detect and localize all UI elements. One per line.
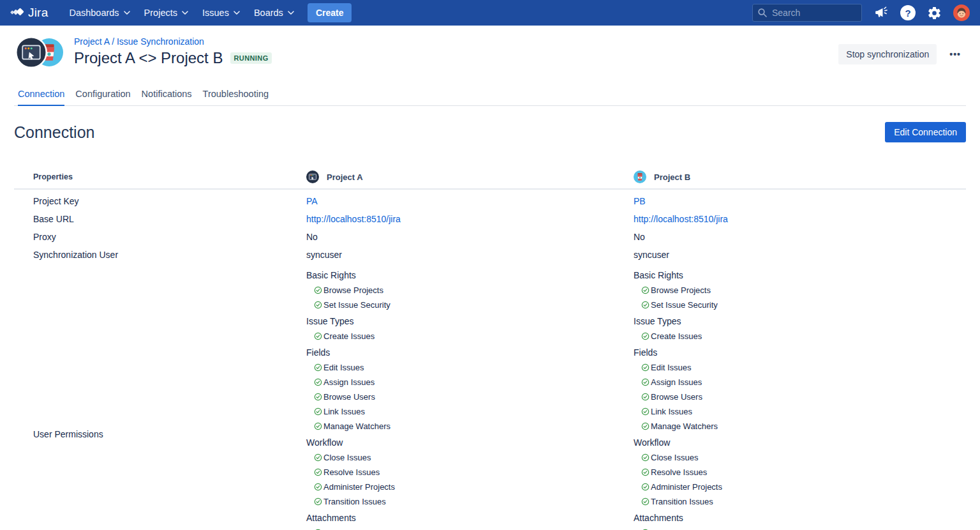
permission-section-basic-rights: Basic Rights Browse Projects Set Issue S… <box>306 268 634 312</box>
settings-gear-icon[interactable] <box>927 6 942 20</box>
permission-section-basic-rights: Basic Rights Browse Projects Set Issue S… <box>634 268 966 312</box>
property-rows: Project Key PA PB Base URL http://localh… <box>14 192 966 264</box>
permission-section-heading: Fields <box>634 345 966 360</box>
project-a-avatar <box>15 36 47 68</box>
navbar-right: ? <box>752 4 970 22</box>
check-circle-icon <box>641 407 650 416</box>
row-label: Synchronization User <box>14 250 118 260</box>
check-circle-icon <box>314 286 322 294</box>
stop-synchronization-button[interactable]: Stop synchronization <box>838 44 937 64</box>
permission-item-label: Create Attachments <box>651 526 724 530</box>
feedback-megaphone-icon[interactable] <box>873 5 889 20</box>
tab-bar: Connection Configuration Notifications T… <box>14 89 966 106</box>
permission-create-attachments: Create Attachments <box>634 526 966 530</box>
properties-column-header: Properties <box>14 172 306 181</box>
permission-browse-projects: Browse Projects <box>306 283 634 298</box>
permission-item-label: Browse Projects <box>651 283 711 298</box>
permission-browse-projects: Browse Projects <box>634 283 966 298</box>
row-value-project-b[interactable]: PB <box>634 196 646 206</box>
help-glyph: ? <box>900 5 916 20</box>
permission-section-workflow: Workflow Close Issues Resolve Issues Adm… <box>634 435 966 509</box>
navbar-item-boards[interactable]: Boards <box>247 0 301 26</box>
permission-item-label: Browse Users <box>323 390 375 404</box>
permission-item-label: Close Issues <box>323 450 371 465</box>
check-circle-icon <box>641 393 650 401</box>
tab-troubleshooting[interactable]: Troubleshooting <box>203 89 269 106</box>
navbar-item-dashboards[interactable]: Dashboards <box>62 0 137 26</box>
permission-administer-projects: Administer Projects <box>306 480 634 494</box>
row-value-project-b: No <box>634 232 645 242</box>
navbar-item-projects[interactable]: Projects <box>137 0 195 26</box>
navbar-menu-item-label: Dashboards <box>69 8 119 18</box>
project-avatars <box>14 36 65 70</box>
jira-logo[interactable]: Jira <box>10 6 48 20</box>
permission-item-label: Manage Watchers <box>323 419 390 434</box>
search-icon <box>757 8 768 18</box>
page-content: Project A / Issue Synchronization Projec… <box>0 36 980 530</box>
permission-edit-issues: Edit Issues <box>634 360 966 375</box>
permission-section-heading: Basic Rights <box>634 268 966 283</box>
section-title: Connection <box>14 123 94 142</box>
permission-item-label: Browse Users <box>651 390 702 404</box>
check-circle-icon <box>641 378 650 386</box>
permission-section-issue-types: Issue Types Create Issues <box>306 314 634 344</box>
user-avatar[interactable] <box>953 4 970 21</box>
check-circle-icon <box>314 301 322 309</box>
more-actions-button[interactable]: ••• <box>944 45 966 63</box>
check-circle-icon <box>314 363 322 372</box>
permission-edit-issues: Edit Issues <box>306 360 634 375</box>
permission-assign-issues: Assign Issues <box>634 375 966 390</box>
permission-item-label: Transition Issues <box>323 494 386 509</box>
project-b-permissions: Basic Rights Browse Projects Set Issue S… <box>634 264 966 530</box>
permission-item-label: Browse Projects <box>323 283 383 298</box>
permission-browse-users: Browse Users <box>634 390 966 404</box>
row-label: Project Key <box>14 196 79 206</box>
permission-item-label: Set Issue Security <box>651 298 718 312</box>
edit-connection-button[interactable]: Edit Connection <box>885 122 966 142</box>
permission-item-label: Link Issues <box>323 404 365 419</box>
permission-item-label: Set Issue Security <box>323 298 390 312</box>
tab-label: Configuration <box>75 89 130 99</box>
permission-resolve-issues: Resolve Issues <box>306 465 634 480</box>
create-button[interactable]: Create <box>308 3 352 22</box>
navbar-menu: Dashboards Projects Issues Boards <box>62 0 301 26</box>
tab-notifications[interactable]: Notifications <box>142 89 192 106</box>
breadcrumb[interactable]: Project A / Issue Synchronization <box>74 36 272 47</box>
tab-connection[interactable]: Connection <box>18 89 64 106</box>
project-a-avatar-small <box>306 170 319 183</box>
permission-link-issues: Link Issues <box>634 404 966 419</box>
row-label: Base URL <box>14 214 74 224</box>
check-circle-icon <box>641 483 650 491</box>
permission-section-heading: Basic Rights <box>306 268 634 283</box>
permission-close-issues: Close Issues <box>306 450 634 465</box>
navbar-menu-item-label: Projects <box>144 8 177 18</box>
project-b-avatar-small <box>634 170 646 183</box>
header-actions: Stop synchronization ••• <box>838 44 966 64</box>
tab-label: Connection <box>18 89 64 99</box>
chevron-down-icon <box>124 11 130 15</box>
check-circle-icon <box>641 422 650 430</box>
row-label: Proxy <box>14 232 56 242</box>
permission-section-heading: Workflow <box>634 435 966 450</box>
permission-item-label: Resolve Issues <box>323 465 380 480</box>
page-header: Project A / Issue Synchronization Projec… <box>14 36 966 70</box>
permission-transition-issues: Transition Issues <box>634 494 966 509</box>
tab-configuration[interactable]: Configuration <box>75 89 130 106</box>
permission-item-label: Administer Projects <box>651 480 722 494</box>
check-circle-icon <box>314 453 322 462</box>
search-input[interactable] <box>752 4 862 22</box>
row-value-project-b[interactable]: http://localhost:8510/jira <box>634 214 728 224</box>
project-b-column-label: Project B <box>654 172 690 182</box>
status-badge: RUNNING <box>230 52 271 64</box>
row-value-project-a[interactable]: PA <box>306 196 318 206</box>
top-navbar: Jira Dashboards Projects Issues Boards C… <box>0 0 980 26</box>
navbar-item-issues[interactable]: Issues <box>195 0 247 26</box>
table-body: Project Key PA PB Base URL http://localh… <box>14 190 966 530</box>
row-value-project-a[interactable]: http://localhost:8510/jira <box>306 214 401 224</box>
check-circle-icon <box>314 407 322 416</box>
table-row-project-key: Project Key PA PB <box>14 192 966 210</box>
permission-item-label: Assign Issues <box>651 375 702 390</box>
help-icon[interactable]: ? <box>900 5 916 20</box>
check-circle-icon <box>314 332 322 340</box>
row-value-project-b: syncuser <box>634 250 669 260</box>
